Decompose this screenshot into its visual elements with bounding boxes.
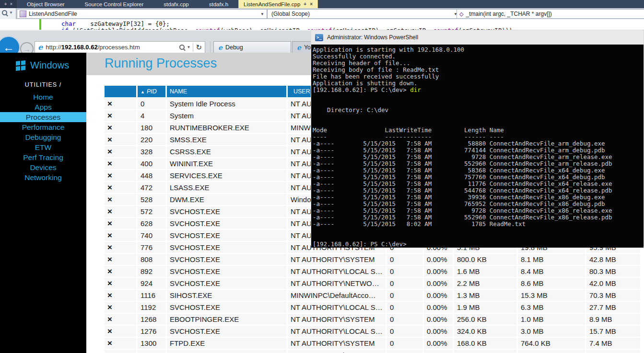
close-icon[interactable]: × bbox=[10, 1, 13, 7]
kill-process-button[interactable]: × bbox=[107, 279, 112, 287]
kill-process-button[interactable]: × bbox=[107, 231, 112, 239]
sidebar-item-devices[interactable]: Devices bbox=[0, 162, 86, 172]
kill-process-button[interactable]: × bbox=[107, 148, 112, 156]
cell-m2: 1.0 MB bbox=[518, 314, 585, 325]
vs-tab-label: Source Control Explorer bbox=[85, 1, 144, 7]
powershell-titlebar[interactable]: >_ Administrator: Windows PowerShell bbox=[311, 30, 644, 45]
cell-user: NT AUTHORITY\SYSTEM bbox=[288, 338, 386, 349]
vs-tab-listenandsendfile-cpp[interactable]: ListenAndSendFile.cpp+× bbox=[238, 0, 318, 8]
kill-process-button[interactable]: × bbox=[107, 219, 112, 228]
sidebar-item-apps[interactable]: Apps bbox=[0, 102, 86, 112]
cell-m1: 3.0 MB bbox=[454, 350, 516, 353]
cell-pid: 472 bbox=[138, 182, 165, 193]
kill-process-button[interactable]: × bbox=[107, 303, 112, 311]
cell-m1: 324.0 KB bbox=[454, 326, 516, 337]
vs-tab-label: ListenAndSendFile.cpp bbox=[244, 1, 300, 7]
cell-sess: 0 bbox=[387, 338, 422, 349]
kill-process-button[interactable]: × bbox=[107, 243, 112, 251]
vs-code-editor[interactable]: char szGatewayIP[32] = {0}; if (!GetSuit… bbox=[0, 19, 644, 30]
cell-name: SVCHOST.EXE bbox=[167, 206, 286, 217]
kill-process-button[interactable]: × bbox=[107, 327, 112, 335]
sidebar-item-networking[interactable]: Networking bbox=[0, 172, 86, 182]
column-header-pid[interactable]: ▲PID bbox=[138, 86, 165, 97]
console-line: -a---- 5/15/2015 7:58 AM 58880 ConnectAn… bbox=[313, 140, 644, 147]
cell-name: SVCHOST.EXE bbox=[167, 326, 286, 337]
cell-pid: 0 bbox=[138, 98, 165, 109]
kill-process-button[interactable]: × bbox=[107, 291, 112, 299]
sidebar-item-debugging[interactable]: Debugging bbox=[0, 132, 86, 142]
kill-process-button[interactable]: × bbox=[107, 159, 112, 168]
console-line: -a---- 5/15/2015 7:58 AM 552960 ConnectA… bbox=[313, 160, 644, 167]
cell-cpu: 0.00% bbox=[424, 326, 453, 337]
kill-process-button[interactable]: × bbox=[107, 100, 112, 108]
kill-process-button[interactable]: × bbox=[107, 207, 112, 216]
cell-m2: 8.1 MB bbox=[518, 254, 585, 265]
cell-sess: 0 bbox=[387, 266, 422, 277]
vs-search-box[interactable]: ▼ bbox=[2, 10, 13, 15]
kill-process-button[interactable]: × bbox=[107, 255, 112, 263]
process-row: ×1116SIHOST.EXEMINWINPC\DefaultAcco…00.0… bbox=[105, 290, 640, 301]
vs-member-dropdown[interactable]: ◇ _tmain(int argc, _TCHAR * argv[]) bbox=[457, 9, 644, 19]
powershell-icon: >_ bbox=[315, 34, 323, 41]
cell-name: CSRSS.EXE bbox=[167, 146, 286, 157]
vs-tab-source-control-explorer[interactable]: Source Control Explorer bbox=[75, 0, 154, 8]
windows-brand[interactable]: Windows bbox=[16, 60, 69, 71]
url-text: http://192.168.0.62/processes.htm bbox=[46, 44, 140, 51]
cell-pid: 628 bbox=[138, 218, 165, 229]
kill-process-button[interactable]: × bbox=[107, 339, 112, 347]
cell-name: SVCHOST.EXE bbox=[167, 242, 286, 253]
address-bar[interactable]: e http://192.168.0.62/processes.htm ▼ ↻ bbox=[35, 41, 205, 53]
kill-process-button[interactable]: × bbox=[107, 171, 112, 180]
pin-icon[interactable]: + bbox=[304, 1, 306, 7]
sidebar-item-etw[interactable]: ETW bbox=[0, 142, 86, 152]
cell-name: WININIT.EXE bbox=[167, 158, 286, 169]
cell-cpu: 0.00% bbox=[424, 314, 453, 325]
chevron-down-icon[interactable]: ▼ bbox=[187, 45, 191, 49]
column-header-x[interactable] bbox=[105, 86, 136, 97]
column-header-name[interactable]: NAME bbox=[167, 86, 286, 97]
cell-m2: 6.3 MB bbox=[518, 302, 585, 313]
cell-user: NT AUTHORITY\LOCAL S… bbox=[288, 302, 386, 313]
sidebar-item-processes[interactable]: Processes bbox=[0, 112, 86, 122]
cell-m1: 256.0 KB bbox=[454, 314, 516, 325]
kill-process-button[interactable]: × bbox=[107, 136, 112, 144]
cell-pid: 1192 bbox=[138, 302, 165, 313]
kill-process-button[interactable]: × bbox=[107, 315, 112, 323]
vs-tab-stdafx-h[interactable]: stdafx.h bbox=[199, 0, 238, 8]
kill-process-button[interactable]: × bbox=[107, 267, 112, 275]
kill-process-button[interactable]: × bbox=[107, 112, 112, 120]
console-line: Directory: C:\dev bbox=[313, 107, 644, 114]
sidebar-item-perf-tracing[interactable]: Perf Tracing bbox=[0, 152, 86, 162]
cell-name: EBOOTPINGER.EXE bbox=[167, 314, 286, 325]
powershell-console[interactable]: Application is starting with 192.168.0.1… bbox=[311, 45, 644, 248]
search-icon bbox=[2, 10, 7, 15]
windows-logo-icon bbox=[16, 60, 25, 70]
refresh-icon[interactable]: ↻ bbox=[196, 43, 202, 52]
sidebar-item-home[interactable]: Home bbox=[0, 92, 86, 102]
pin-icon[interactable]: + bbox=[4, 1, 7, 7]
cell-pid: 808 bbox=[138, 254, 165, 265]
sidebar-item-performance[interactable]: Performance bbox=[0, 122, 86, 132]
vs-tab-label: Object Browser bbox=[27, 1, 65, 7]
vs-tab-object-browser[interactable]: Object Browser bbox=[17, 0, 75, 8]
kill-process-button[interactable]: × bbox=[107, 351, 112, 353]
vs-tab-stdafx-cpp[interactable]: stdafx.cpp bbox=[153, 0, 199, 8]
kill-process-button[interactable]: × bbox=[107, 195, 112, 204]
close-icon[interactable]: × bbox=[310, 1, 313, 7]
kill-process-button[interactable]: × bbox=[107, 124, 112, 132]
vs-type-dropdown[interactable]: ListenAndSendFile ▼ bbox=[17, 9, 267, 19]
cell-cpu: 0.00% bbox=[424, 278, 453, 289]
kill-process-button[interactable]: × bbox=[107, 183, 112, 192]
vs-scope-dropdown[interactable]: (Global Scope) ▼ bbox=[267, 9, 460, 19]
cell-sess: 0 bbox=[387, 350, 422, 353]
cell-name: SERVICES.EXE bbox=[167, 170, 286, 181]
browser-tab-debug[interactable]: e Debug bbox=[213, 41, 291, 53]
console-line: -a---- 5/15/2015 7:58 AM 757760 ConnectA… bbox=[313, 174, 644, 181]
search-icon[interactable] bbox=[179, 45, 185, 50]
cell-name: RUNTIMEBROKER.EXE bbox=[167, 122, 286, 133]
cell-name: DWM.EXE bbox=[167, 194, 286, 205]
cell-m1: 168.0 KB bbox=[454, 338, 516, 349]
cell-m1: 2.2 MB bbox=[454, 278, 516, 289]
desktop: + × Object BrowserSource Control Explore… bbox=[0, 0, 644, 353]
console-line bbox=[313, 114, 644, 120]
